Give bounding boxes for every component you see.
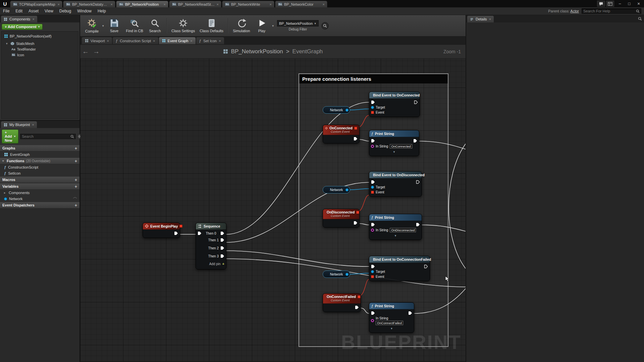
menu-window[interactable]: Window bbox=[74, 9, 95, 13]
expander-icon[interactable]: ▸ bbox=[4, 191, 7, 194]
breadcrumb-root[interactable]: BP_NetworkPosition bbox=[231, 48, 283, 55]
advanced-collapse-icon[interactable]: ▾ bbox=[391, 327, 392, 330]
layout-icon[interactable] bbox=[606, 1, 614, 7]
in-string-value[interactable]: OnConnectFailed bbox=[376, 321, 403, 325]
object-out-pin[interactable] bbox=[345, 109, 348, 112]
in-string-pin[interactable] bbox=[371, 145, 374, 148]
event-dispatchers-section-header[interactable]: Event Dispatchers + bbox=[0, 202, 79, 208]
add-variable-button[interactable]: + bbox=[74, 184, 77, 189]
doc-tab-bp-networkposition[interactable]: BP_NetworkPosition × bbox=[116, 1, 168, 7]
my-blueprint-search-input[interactable] bbox=[22, 134, 69, 138]
exec-out-pin[interactable] bbox=[413, 139, 417, 143]
delegate-out-pin[interactable] bbox=[358, 295, 361, 298]
in-string-pin[interactable] bbox=[371, 319, 374, 322]
exec-out-pin[interactable] bbox=[416, 180, 420, 184]
exec-out-pin[interactable] bbox=[424, 264, 428, 268]
exec-in-pin[interactable] bbox=[371, 100, 375, 104]
node-print-string-2[interactable]: ƒ Print String In String OnDisconnected … bbox=[369, 214, 422, 240]
menu-asset[interactable]: Asset bbox=[25, 9, 42, 13]
close-icon[interactable]: × bbox=[270, 2, 272, 6]
add-event-dispatcher-button[interactable]: + bbox=[74, 203, 77, 208]
graphs-section-header[interactable]: Graphs + bbox=[0, 145, 79, 152]
delegate-out-pin[interactable] bbox=[354, 127, 357, 130]
exec-out-pin[interactable] bbox=[414, 100, 418, 104]
add-function-button[interactable]: + bbox=[74, 159, 77, 164]
object-out-pin[interactable] bbox=[345, 273, 348, 276]
tab-set-icon[interactable]: ƒ Set Icon × bbox=[196, 37, 224, 44]
tab-viewport[interactable]: Viewport × bbox=[82, 37, 112, 44]
macros-section-header[interactable]: Macros + bbox=[0, 176, 79, 183]
functions-section-header[interactable]: ▾ Functions (20 Overridable) + bbox=[0, 158, 79, 164]
menu-debug[interactable]: Debug bbox=[56, 9, 74, 13]
advanced-collapse-icon[interactable]: ▾ bbox=[395, 234, 396, 237]
target-pin[interactable] bbox=[371, 270, 374, 273]
details-search-button[interactable] bbox=[638, 17, 644, 21]
close-icon[interactable]: × bbox=[219, 39, 221, 43]
close-icon[interactable]: × bbox=[164, 2, 166, 6]
exec-in-pin[interactable] bbox=[198, 231, 202, 235]
debug-search-button[interactable] bbox=[321, 22, 329, 29]
menu-edit[interactable]: Edit bbox=[12, 9, 25, 13]
advanced-collapse-icon[interactable]: ▾ bbox=[393, 150, 395, 154]
menu-file[interactable]: File bbox=[0, 9, 12, 13]
add-component-button[interactable]: + Add Component ▾ bbox=[2, 24, 43, 30]
node-bind-event-onconnectionfailed[interactable]: Bind Event to OnConnectionFailed Target … bbox=[369, 256, 430, 281]
component-row-self[interactable]: BP_NetworkPosition(self) bbox=[1, 33, 78, 39]
menu-help[interactable]: Help bbox=[95, 9, 109, 13]
target-pin[interactable] bbox=[371, 106, 374, 109]
add-macro-button[interactable]: + bbox=[74, 177, 77, 182]
exec-in-pin[interactable] bbox=[371, 311, 375, 315]
node-print-string-1[interactable]: ƒ Print String In String OnConnected ▾ bbox=[369, 130, 419, 156]
event-delegate-pin[interactable] bbox=[371, 275, 374, 278]
parent-class-link[interactable]: Actor bbox=[570, 9, 579, 13]
delegate-out-pin[interactable] bbox=[179, 225, 182, 228]
doc-tab-tcpmapexamplemap[interactable]: TCPMapExampleMap × bbox=[10, 1, 62, 7]
expander-icon[interactable]: ▾ bbox=[6, 42, 9, 45]
components-category-row[interactable]: ▸ Components bbox=[0, 190, 79, 196]
variable-visibility-icon[interactable] bbox=[73, 197, 77, 201]
seticon-item[interactable]: ƒ SetIcon bbox=[0, 170, 79, 176]
close-window-button[interactable]: × bbox=[634, 0, 643, 7]
constructionscript-item[interactable]: ƒ ConstructionScript bbox=[0, 164, 79, 170]
comment-title[interactable]: Prepare connection listeners bbox=[299, 74, 448, 83]
node-print-string-3[interactable]: ƒ Print String In String OnConnectFailed bbox=[369, 302, 414, 333]
close-icon[interactable]: × bbox=[153, 39, 155, 43]
close-icon[interactable]: × bbox=[217, 2, 219, 6]
node-bind-event-onconnected[interactable]: Bind Event to OnConnected Target Event bbox=[369, 92, 420, 117]
graph-canvas[interactable]: ← → BP_NetworkPosition > EventGraph Zoom… bbox=[80, 45, 466, 361]
doc-tab-bp-networkreadstring[interactable]: BP_NetworkReadString × bbox=[169, 1, 221, 7]
exec-out-pin[interactable] bbox=[174, 231, 178, 235]
in-string-value[interactable]: OnConnected bbox=[390, 144, 412, 148]
exec-in-pin[interactable] bbox=[371, 139, 375, 143]
eventgraph-item[interactable]: EventGraph bbox=[0, 152, 79, 158]
exec-out-pin[interactable] bbox=[416, 223, 420, 227]
close-icon[interactable]: × bbox=[32, 17, 34, 21]
network-variable-row[interactable]: Network bbox=[0, 196, 79, 202]
close-icon[interactable]: × bbox=[111, 2, 113, 6]
delegate-out-pin[interactable] bbox=[356, 211, 359, 214]
close-icon[interactable]: × bbox=[190, 39, 192, 43]
component-row-staticmesh[interactable]: ▾ StaticMesh bbox=[1, 41, 78, 46]
class-defaults-button[interactable]: Class Defaults bbox=[198, 16, 225, 36]
exec-in-pin[interactable] bbox=[371, 180, 375, 184]
expander-icon[interactable]: ▾ bbox=[2, 159, 5, 163]
then1-pin[interactable] bbox=[220, 238, 224, 242]
close-icon[interactable]: × bbox=[323, 2, 325, 6]
doc-tab-bp-networkdatatypes[interactable]: BP_NetworkDatatypes* × bbox=[63, 1, 115, 7]
components-panel-tab[interactable]: Components × bbox=[1, 16, 37, 22]
maximize-button[interactable]: □ bbox=[625, 0, 634, 7]
close-icon[interactable]: × bbox=[32, 123, 34, 127]
search-button[interactable]: Search bbox=[146, 16, 164, 36]
component-row-icon[interactable]: Icon bbox=[1, 52, 78, 58]
event-delegate-pin[interactable] bbox=[371, 191, 374, 194]
tab-event-graph[interactable]: Event Graph × bbox=[159, 37, 196, 44]
find-in-cb-button[interactable]: Find in CB bbox=[124, 16, 145, 36]
feedback-icon[interactable] bbox=[597, 1, 605, 7]
close-icon[interactable]: × bbox=[58, 2, 60, 6]
object-out-pin[interactable] bbox=[345, 188, 348, 191]
class-settings-button[interactable]: Class Settings bbox=[169, 16, 197, 36]
menu-view[interactable]: View bbox=[42, 9, 56, 13]
node-onconnected-event[interactable]: OnConnected Custom Event bbox=[323, 125, 360, 143]
event-delegate-pin[interactable] bbox=[371, 111, 374, 114]
component-row-textrender[interactable]: Aa TextRender bbox=[1, 46, 78, 52]
